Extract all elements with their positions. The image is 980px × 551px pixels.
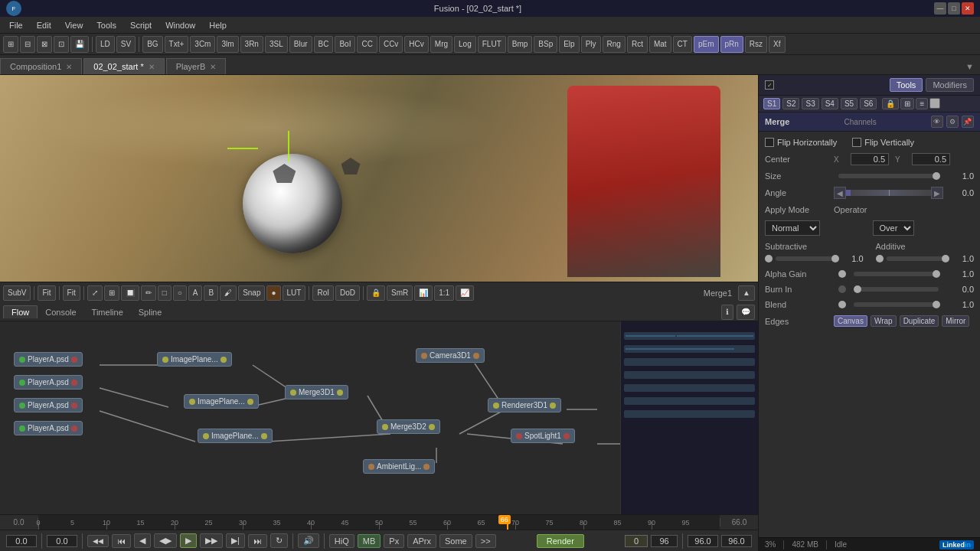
rp-gear-icon[interactable]: ⚙ (946, 116, 959, 128)
tb-pem[interactable]: pEm (694, 36, 719, 53)
apply-mode-dropdown[interactable]: Normal Dissolve Multiply Screen (765, 220, 820, 236)
rp-s1[interactable]: S1 (763, 98, 780, 109)
transport-timecode1[interactable]: 0.0 (6, 535, 37, 547)
transport-start-frame[interactable]: 0 (625, 535, 648, 547)
tb-grid4[interactable]: ⊡ (54, 36, 69, 53)
flow-tab-flow[interactable]: Flow (3, 305, 38, 318)
rp-s4[interactable]: S4 (822, 98, 838, 109)
tb-rsz[interactable]: Rsz (745, 36, 767, 53)
transport-px[interactable]: Px (384, 534, 404, 548)
snap-btn[interactable]: Snap (238, 285, 265, 301)
stats-btn[interactable]: 📊 (414, 285, 433, 301)
chart-btn[interactable]: 📈 (456, 285, 474, 301)
transport-render[interactable]: Render (537, 534, 584, 548)
center-y-input[interactable] (912, 153, 950, 165)
menu-window[interactable]: Window (159, 19, 201, 31)
rp-grid-btn[interactable]: ⊞ (900, 98, 914, 109)
rp-s3[interactable]: S3 (802, 98, 818, 109)
menu-help[interactable]: Help (203, 19, 233, 31)
roi-btn[interactable]: RoI (312, 285, 334, 301)
maximize-button[interactable]: □ (948, 2, 960, 15)
tb-mat[interactable]: Mat (649, 36, 671, 53)
transport-play-rev[interactable]: ◀▶ (154, 533, 177, 548)
edges-mirror-btn[interactable]: Mirror (942, 315, 969, 327)
edges-canvas-btn[interactable]: Canvas (834, 315, 867, 327)
transport-gt-gt[interactable]: >> (475, 534, 496, 548)
tabbar-arrow[interactable]: ▼ (959, 59, 980, 74)
timeline-bar[interactable]: 0.0 0 5 10 15 20 25 30 (0, 514, 758, 530)
transport-go-start[interactable]: ⏮ (112, 534, 131, 548)
tb-bc[interactable]: BC (314, 36, 334, 53)
transport-step-fwd[interactable]: ▶| (226, 533, 245, 548)
transport-play-fwd[interactable]: ▶▶ (200, 533, 223, 548)
tab-composition1-close[interactable]: ✕ (66, 63, 72, 71)
edges-duplicate-btn[interactable]: Duplicate (900, 315, 939, 327)
smr-btn[interactable]: SmR (387, 285, 413, 301)
rp-s6[interactable]: S6 (860, 98, 877, 109)
node-playerA2[interactable]: PlayerA.psd (14, 375, 83, 390)
tb-hcv[interactable]: HCv (404, 36, 428, 53)
rp-pin-icon[interactable]: 📌 (962, 116, 974, 128)
color-btn[interactable]: ● (266, 285, 280, 301)
tab-02-02-start-close[interactable]: ✕ (149, 63, 155, 71)
rect-btn[interactable]: □ (158, 285, 172, 301)
rp-eye-icon[interactable]: 👁 (931, 116, 943, 128)
size-slider[interactable] (838, 174, 939, 178)
transport-out2[interactable]: 96.0 (721, 535, 752, 547)
tb-3sl[interactable]: 3SL (265, 36, 288, 53)
transport-hiq[interactable]: HiQ (329, 534, 354, 548)
flow-tab-spline[interactable]: Spline (131, 306, 170, 318)
operator-dropdown[interactable]: Over In Out Atop XOr (873, 220, 914, 236)
menu-file[interactable]: File (3, 19, 29, 31)
tb-ld[interactable]: LD (96, 36, 115, 53)
flow-chat-btn[interactable]: 💬 (737, 305, 755, 320)
transport-play[interactable]: ▶ (180, 533, 197, 548)
node-playerA4[interactable]: PlayerA.psd (14, 421, 83, 435)
tb-elp[interactable]: Elp (559, 36, 579, 53)
flow-tab-timeline[interactable]: Timeline (84, 306, 131, 318)
flip-h-check[interactable]: Flip Horizontally (765, 138, 837, 147)
node-camera3d1[interactable]: Camera3D1 (416, 348, 485, 363)
pencil-btn[interactable]: ✏ (141, 285, 156, 301)
alpha-gain-slider[interactable] (854, 272, 939, 276)
tb-blur[interactable]: Blur (289, 36, 312, 53)
node-ambientlig[interactable]: AmbientLig... (363, 459, 435, 474)
tb-xf[interactable]: Xf (769, 36, 785, 53)
tb-txt[interactable]: Txt+ (165, 36, 189, 53)
tb-ccv[interactable]: CCv (379, 36, 403, 53)
flip-v-check[interactable]: Flip Vertically (852, 138, 914, 147)
angle-right-btn[interactable]: ▶ (931, 187, 943, 199)
subtractive-slider[interactable] (776, 256, 838, 261)
transport-step-back[interactable]: ◀ (134, 533, 151, 548)
tb-cc[interactable]: CC (357, 36, 377, 53)
transport-out1[interactable]: 96.0 (688, 535, 718, 547)
tb-ply[interactable]: Ply (581, 36, 601, 53)
burn-in-slider[interactable] (854, 287, 939, 292)
transport-timecode2[interactable]: 0.0 (47, 535, 77, 547)
tb-grid3[interactable]: ⊠ (37, 36, 52, 53)
tb-sv[interactable]: SV (116, 36, 136, 53)
subv-btn[interactable]: SubV (3, 285, 31, 301)
viewer-collapse[interactable]: ▲ (738, 285, 755, 301)
menu-script[interactable]: Script (124, 19, 158, 31)
tb-rct[interactable]: Rct (627, 36, 648, 53)
edges-wrap-btn[interactable]: Wrap (871, 315, 897, 327)
additive-slider[interactable] (887, 256, 949, 261)
node-renderer3d1[interactable]: Renderer3D1 (488, 398, 561, 412)
blend-slider[interactable] (854, 302, 939, 307)
tb-3rn[interactable]: 3Rn (240, 36, 263, 53)
tb-bmp[interactable]: Bmp (508, 36, 533, 53)
tb-ct[interactable]: CT (673, 36, 692, 53)
fit-btn2[interactable]: Fit (63, 285, 80, 301)
tab-playerb[interactable]: PlayerB ✕ (166, 58, 227, 74)
ratio-btn[interactable]: 1:1 (434, 285, 454, 301)
center-x-input[interactable] (851, 153, 889, 165)
transport-loop[interactable]: ↻ (270, 533, 288, 548)
rp-lock-btn[interactable]: 🔒 (882, 98, 899, 109)
transport-end-frame[interactable] (651, 535, 678, 547)
b-btn[interactable]: B (204, 285, 218, 301)
rp-list-btn[interactable]: ≡ (916, 98, 928, 109)
close-button[interactable]: ✕ (962, 2, 974, 15)
node-spotlight1[interactable]: SpotLight1 (511, 429, 575, 443)
minimize-button[interactable]: — (934, 2, 946, 15)
